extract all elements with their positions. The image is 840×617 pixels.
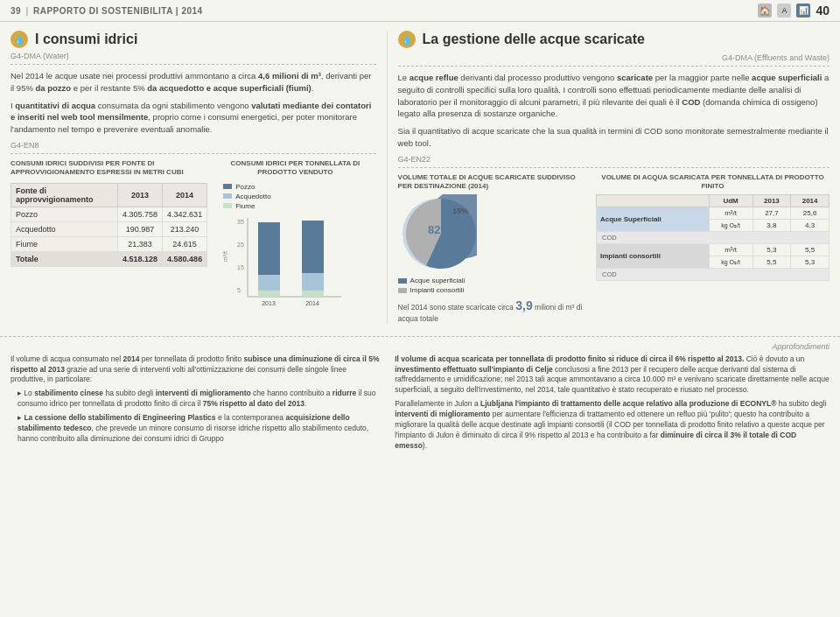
legend-pozzo: Pozzo — [223, 183, 375, 191]
approfondimenti-left: Il volume di acqua consumato nel 2014 pe… — [10, 354, 381, 452]
svg-rect-12 — [302, 273, 324, 291]
legend-fiume: Fiume — [223, 202, 375, 210]
text-size-icon[interactable]: A — [777, 4, 791, 18]
approfondimenti-section: Approfondimenti Il volume di acqua consu… — [0, 336, 840, 457]
left-column: 💧 I consumi idrici G4-DMA (Water) Nel 20… — [10, 31, 388, 324]
table-row: COD — [597, 232, 830, 244]
dotted-line-4 — [398, 167, 830, 168]
row-acquedotto-2013: 190.987 — [118, 221, 163, 236]
pie-chart-area: 82% 18% Acque superficiali — [398, 194, 589, 323]
header-left: 39 | RAPPORTO DI SOSTENIBILITA | 2014 — [10, 6, 203, 16]
rt-cod-label-2: COD — [597, 269, 830, 281]
legend-color-superficiali — [398, 278, 407, 284]
legend-color-fiume — [223, 203, 232, 208]
water-icon-left: 💧 — [10, 31, 28, 48]
rt-impianti-udm-m3: m³/t — [709, 244, 752, 256]
acque-legend: Acque superficiali Impianti consortili — [398, 277, 589, 294]
left-chart-title1: CONSUMI IDRICI SUDDIVISI PER FONTE DI AP… — [10, 159, 207, 178]
pie-anno-value: 3,9 — [515, 298, 532, 312]
dotted-line-1 — [10, 64, 376, 65]
consumption-table: Fonte di approvvigionamento 2013 2014 Po… — [10, 183, 207, 312]
chart-icon[interactable]: 📊 — [796, 4, 810, 18]
rt-header-empty — [597, 195, 710, 207]
approfondimenti-title: Approfondimenti — [10, 342, 830, 351]
row-pozzo-2014: 4.342.631 — [163, 207, 207, 221]
legend-acque-superficiali: Acque superficiali — [398, 277, 589, 284]
left-heading: I consumi idrici — [35, 32, 137, 47]
page-report-number: 39 — [10, 6, 21, 16]
approfondimenti-right-para2: Parallelamente in Julon a Ljubljana l'im… — [395, 399, 830, 451]
pie-chart-svg-real: 82% 18% — [402, 194, 480, 273]
rt-impianti-udm-cod: kg O₂/t — [709, 256, 752, 269]
svg-rect-7 — [258, 291, 280, 297]
row-fiume-label: Fiume — [11, 236, 118, 251]
svg-text:m³/t: m³/t — [223, 251, 228, 262]
rt-impianti-2013-cod: 5,5 — [752, 256, 791, 269]
right-charts-area: 82% 18% Acque superficiali — [398, 194, 830, 323]
table-row: Fiume 21.383 24.615 — [11, 236, 207, 251]
right-section-title: 💧 La gestione delle acque scaricate — [398, 31, 830, 48]
approfondimenti-bullets: ▸ Lo stabilimento cinese ha subito degli… — [10, 389, 381, 444]
approfondimenti-right-para1: Il volume di acqua scaricata per tonnell… — [395, 354, 830, 396]
home-icon[interactable]: 🏠 — [758, 4, 772, 18]
row-acquedotto-2014: 213.240 — [163, 221, 207, 236]
svg-rect-8 — [258, 275, 280, 291]
row-acquedotto-label: Acquedotto — [11, 221, 118, 236]
bar-chart-container: Pozzo Acquedotto Fiume — [214, 183, 375, 312]
table-row: Acquedotto 190.987 213.240 — [11, 221, 207, 236]
rt-acque-2013-m3: 27,7 — [752, 207, 791, 220]
report-title: RAPPORTO DI SOSTENIBILITA — [33, 6, 173, 16]
row-fiume-2014: 24.615 — [163, 236, 207, 251]
row-totale-2013: 4.518.128 — [118, 251, 163, 266]
dotted-line-3 — [398, 66, 830, 67]
table-row: Impianti consortili m³/t 5,3 5,5 — [597, 244, 830, 256]
pie-annotation: Acque superficiali Impianti consortili N… — [398, 277, 589, 323]
bar-legend: Pozzo Acquedotto Fiume — [223, 183, 375, 210]
legend-acquedotto: Acquedotto — [223, 193, 375, 200]
page-number: 40 — [816, 4, 830, 18]
svg-text:35: 35 — [237, 219, 244, 225]
rt-cod-label-1: COD — [597, 232, 830, 244]
legend-label-acquedotto: Acquedotto — [235, 193, 270, 200]
header-separator: | — [25, 6, 32, 16]
rt-acque-label: Acque Superficiali — [597, 207, 710, 232]
rt-impianti-2014-m3: 5,5 — [791, 244, 830, 256]
legend-color-pozzo — [223, 184, 232, 189]
right-chart-title2: VOLUME DI ACQUA SCARICATA PER TONNELLATA… — [596, 173, 830, 192]
left-chart-title2: CONSUMI IDRICI PER TONNELLATA DI PRODOTT… — [214, 159, 375, 178]
svg-text:15: 15 — [237, 264, 244, 270]
approfondimenti-left-intro: Il volume di acqua consumato nel 2014 pe… — [10, 354, 381, 386]
table-row: Pozzo 4.305.758 4.342.631 — [11, 207, 207, 221]
left-body2: I quantitativi di acqua consumata da ogn… — [10, 100, 376, 136]
row-totale-label: Totale — [11, 251, 118, 266]
left-section-title: 💧 I consumi idrici — [10, 31, 376, 48]
header-right: 🏠 A 📊 40 — [758, 4, 830, 18]
table-row: Acque Superficiali m³/t 27,7 25,6 — [597, 207, 830, 220]
svg-text:2014: 2014 — [305, 300, 319, 306]
row-totale-2014: 4.580.486 — [163, 251, 207, 266]
pie-18-label: 18% — [452, 207, 468, 215]
legend-label-impianti: Impianti consortili — [410, 286, 465, 294]
rt-impianti-label: Impianti consortili — [597, 244, 710, 269]
pie-82-label: 82% — [428, 223, 451, 236]
approfondimenti-right: Il volume di acqua scaricata per tonnell… — [395, 354, 830, 452]
bar-chart-svg: 35 25 15 5 m³/t — [223, 214, 346, 310]
right-body2: Sia il quantitativo di acque scaricate c… — [398, 125, 830, 150]
header-year: | 2014 — [176, 6, 203, 16]
rt-impianti-2014-cod: 5,3 — [791, 256, 830, 269]
rt-impianti-2013-m3: 5,3 — [752, 244, 791, 256]
water-icon-right: 💧 — [398, 31, 416, 48]
legend-color-impianti — [398, 288, 407, 293]
table-row-total: Totale 4.518.128 4.580.486 — [11, 251, 207, 266]
table-header-2014: 2014 — [163, 183, 207, 207]
approfondimenti-content: Il volume di acqua consumato nel 2014 pe… — [10, 354, 830, 452]
legend-label-pozzo: Pozzo — [235, 183, 255, 191]
table-row: COD — [597, 269, 830, 281]
g4-label-right: G4-DMA (Effluents and Waste) — [398, 52, 830, 62]
rt-acque-2014-cod: 4,3 — [791, 220, 830, 232]
dotted-line-2 — [10, 153, 376, 154]
g4-label-left: G4-DMA (Water) — [10, 52, 376, 60]
main-content: 💧 I consumi idrici G4-DMA (Water) Nel 20… — [0, 22, 840, 333]
rt-header-2013: 2013 — [752, 195, 791, 207]
g4-en22-label: G4-EN22 — [398, 155, 830, 164]
